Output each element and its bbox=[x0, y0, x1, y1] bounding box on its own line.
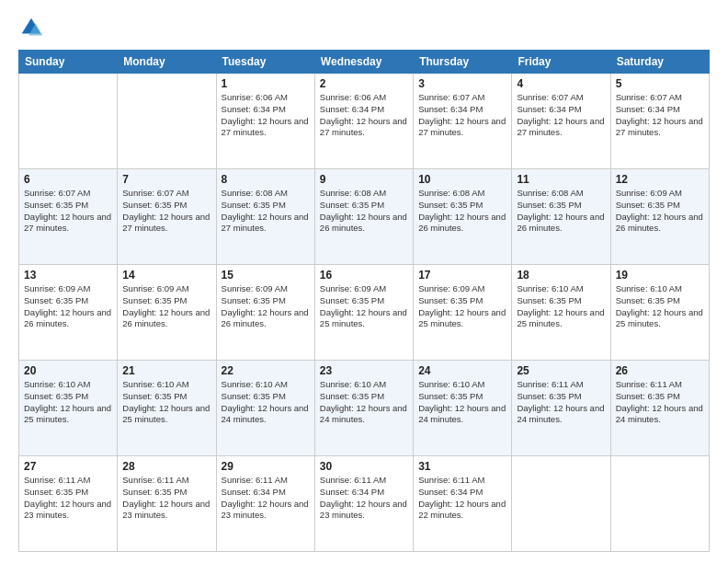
day-info: Sunrise: 6:11 AM Sunset: 6:34 PM Dayligh… bbox=[418, 475, 506, 522]
day-info: Sunrise: 6:08 AM Sunset: 6:35 PM Dayligh… bbox=[222, 188, 310, 235]
calendar-cell: 17Sunrise: 6:09 AM Sunset: 6:35 PM Dayli… bbox=[414, 265, 512, 361]
calendar-cell: 6Sunrise: 6:07 AM Sunset: 6:35 PM Daylig… bbox=[19, 169, 118, 265]
calendar-cell: 24Sunrise: 6:10 AM Sunset: 6:35 PM Dayli… bbox=[414, 361, 512, 456]
day-info: Sunrise: 6:09 AM Sunset: 6:35 PM Dayligh… bbox=[222, 283, 310, 330]
day-number: 13 bbox=[24, 269, 112, 282]
calendar-table: SundayMondayTuesdayWednesdayThursdayFrid… bbox=[18, 50, 710, 552]
logo-icon bbox=[18, 15, 44, 40]
day-info: Sunrise: 6:10 AM Sunset: 6:35 PM Dayligh… bbox=[320, 379, 408, 426]
day-number: 8 bbox=[222, 173, 310, 186]
calendar-cell: 10Sunrise: 6:08 AM Sunset: 6:35 PM Dayli… bbox=[414, 169, 512, 265]
calendar-cell: 4Sunrise: 6:07 AM Sunset: 6:34 PM Daylig… bbox=[512, 74, 610, 169]
weekday-header-thursday: Thursday bbox=[414, 51, 512, 74]
calendar-cell: 11Sunrise: 6:08 AM Sunset: 6:35 PM Dayli… bbox=[512, 169, 610, 265]
day-number: 29 bbox=[222, 460, 310, 473]
day-info: Sunrise: 6:07 AM Sunset: 6:35 PM Dayligh… bbox=[122, 188, 210, 235]
day-info: Sunrise: 6:11 AM Sunset: 6:34 PM Dayligh… bbox=[222, 475, 310, 522]
calendar-cell: 18Sunrise: 6:10 AM Sunset: 6:35 PM Dayli… bbox=[512, 265, 610, 361]
calendar-cell bbox=[118, 74, 216, 169]
calendar-cell: 20Sunrise: 6:10 AM Sunset: 6:35 PM Dayli… bbox=[19, 361, 118, 456]
calendar-cell bbox=[512, 456, 610, 552]
calendar-cell: 3Sunrise: 6:07 AM Sunset: 6:34 PM Daylig… bbox=[414, 74, 512, 169]
calendar-cell: 22Sunrise: 6:10 AM Sunset: 6:35 PM Dayli… bbox=[216, 361, 314, 456]
calendar-cell: 29Sunrise: 6:11 AM Sunset: 6:34 PM Dayli… bbox=[216, 456, 314, 552]
calendar-cell: 19Sunrise: 6:10 AM Sunset: 6:35 PM Dayli… bbox=[610, 265, 709, 361]
weekday-header-friday: Friday bbox=[512, 51, 610, 74]
day-number: 18 bbox=[517, 269, 605, 282]
day-number: 19 bbox=[616, 269, 704, 282]
calendar-cell: 13Sunrise: 6:09 AM Sunset: 6:35 PM Dayli… bbox=[19, 265, 118, 361]
weekday-header-row: SundayMondayTuesdayWednesdayThursdayFrid… bbox=[19, 51, 710, 74]
day-info: Sunrise: 6:10 AM Sunset: 6:35 PM Dayligh… bbox=[418, 379, 506, 426]
weekday-header-saturday: Saturday bbox=[610, 51, 709, 74]
day-info: Sunrise: 6:09 AM Sunset: 6:35 PM Dayligh… bbox=[616, 188, 704, 235]
day-number: 12 bbox=[616, 173, 704, 186]
calendar-cell: 14Sunrise: 6:09 AM Sunset: 6:35 PM Dayli… bbox=[118, 265, 216, 361]
page: SundayMondayTuesdayWednesdayThursdayFrid… bbox=[0, 0, 728, 563]
calendar-cell: 28Sunrise: 6:11 AM Sunset: 6:35 PM Dayli… bbox=[118, 456, 216, 552]
day-number: 1 bbox=[222, 77, 310, 90]
calendar-cell bbox=[19, 74, 118, 169]
calendar-cell: 21Sunrise: 6:10 AM Sunset: 6:35 PM Dayli… bbox=[118, 361, 216, 456]
calendar-cell: 25Sunrise: 6:11 AM Sunset: 6:35 PM Dayli… bbox=[512, 361, 610, 456]
calendar-cell: 9Sunrise: 6:08 AM Sunset: 6:35 PM Daylig… bbox=[314, 169, 413, 265]
day-number: 2 bbox=[320, 77, 408, 90]
calendar-week-3: 13Sunrise: 6:09 AM Sunset: 6:35 PM Dayli… bbox=[19, 265, 710, 361]
day-number: 16 bbox=[320, 269, 408, 282]
weekday-header-monday: Monday bbox=[118, 51, 216, 74]
day-info: Sunrise: 6:08 AM Sunset: 6:35 PM Dayligh… bbox=[418, 188, 506, 235]
day-info: Sunrise: 6:10 AM Sunset: 6:35 PM Dayligh… bbox=[517, 283, 605, 330]
calendar-cell: 15Sunrise: 6:09 AM Sunset: 6:35 PM Dayli… bbox=[216, 265, 314, 361]
calendar-cell: 31Sunrise: 6:11 AM Sunset: 6:34 PM Dayli… bbox=[414, 456, 512, 552]
day-info: Sunrise: 6:11 AM Sunset: 6:35 PM Dayligh… bbox=[24, 475, 112, 522]
day-number: 11 bbox=[517, 173, 605, 186]
day-info: Sunrise: 6:08 AM Sunset: 6:35 PM Dayligh… bbox=[517, 188, 605, 235]
day-info: Sunrise: 6:11 AM Sunset: 6:35 PM Dayligh… bbox=[517, 379, 605, 426]
day-info: Sunrise: 6:09 AM Sunset: 6:35 PM Dayligh… bbox=[122, 283, 210, 330]
day-number: 22 bbox=[222, 364, 310, 377]
logo bbox=[18, 15, 48, 40]
calendar-week-5: 27Sunrise: 6:11 AM Sunset: 6:35 PM Dayli… bbox=[19, 456, 710, 552]
calendar-cell: 26Sunrise: 6:11 AM Sunset: 6:35 PM Dayli… bbox=[610, 361, 709, 456]
day-info: Sunrise: 6:11 AM Sunset: 6:34 PM Dayligh… bbox=[320, 475, 408, 522]
calendar-cell: 7Sunrise: 6:07 AM Sunset: 6:35 PM Daylig… bbox=[118, 169, 216, 265]
day-info: Sunrise: 6:07 AM Sunset: 6:35 PM Dayligh… bbox=[24, 188, 112, 235]
header bbox=[18, 15, 710, 40]
day-info: Sunrise: 6:10 AM Sunset: 6:35 PM Dayligh… bbox=[24, 379, 112, 426]
calendar-cell: 27Sunrise: 6:11 AM Sunset: 6:35 PM Dayli… bbox=[19, 456, 118, 552]
day-number: 31 bbox=[418, 460, 506, 473]
day-info: Sunrise: 6:06 AM Sunset: 6:34 PM Dayligh… bbox=[320, 92, 408, 139]
day-info: Sunrise: 6:09 AM Sunset: 6:35 PM Dayligh… bbox=[418, 283, 506, 330]
day-number: 4 bbox=[517, 77, 605, 90]
day-info: Sunrise: 6:11 AM Sunset: 6:35 PM Dayligh… bbox=[122, 475, 210, 522]
day-number: 15 bbox=[222, 269, 310, 282]
day-info: Sunrise: 6:07 AM Sunset: 6:34 PM Dayligh… bbox=[616, 92, 704, 139]
day-number: 9 bbox=[320, 173, 408, 186]
day-number: 7 bbox=[122, 173, 210, 186]
calendar-cell: 1Sunrise: 6:06 AM Sunset: 6:34 PM Daylig… bbox=[216, 74, 314, 169]
day-number: 28 bbox=[122, 460, 210, 473]
calendar-week-1: 1Sunrise: 6:06 AM Sunset: 6:34 PM Daylig… bbox=[19, 74, 710, 169]
day-info: Sunrise: 6:08 AM Sunset: 6:35 PM Dayligh… bbox=[320, 188, 408, 235]
day-info: Sunrise: 6:10 AM Sunset: 6:35 PM Dayligh… bbox=[122, 379, 210, 426]
day-number: 26 bbox=[616, 364, 704, 377]
day-info: Sunrise: 6:11 AM Sunset: 6:35 PM Dayligh… bbox=[616, 379, 704, 426]
weekday-header-sunday: Sunday bbox=[19, 51, 118, 74]
day-number: 6 bbox=[24, 173, 112, 186]
weekday-header-wednesday: Wednesday bbox=[314, 51, 413, 74]
day-number: 27 bbox=[24, 460, 112, 473]
calendar-cell: 5Sunrise: 6:07 AM Sunset: 6:34 PM Daylig… bbox=[610, 74, 709, 169]
calendar-cell: 30Sunrise: 6:11 AM Sunset: 6:34 PM Dayli… bbox=[314, 456, 413, 552]
day-number: 14 bbox=[122, 269, 210, 282]
calendar-cell bbox=[610, 456, 709, 552]
day-number: 30 bbox=[320, 460, 408, 473]
day-info: Sunrise: 6:09 AM Sunset: 6:35 PM Dayligh… bbox=[24, 283, 112, 330]
calendar-week-2: 6Sunrise: 6:07 AM Sunset: 6:35 PM Daylig… bbox=[19, 169, 710, 265]
day-info: Sunrise: 6:10 AM Sunset: 6:35 PM Dayligh… bbox=[616, 283, 704, 330]
calendar-week-4: 20Sunrise: 6:10 AM Sunset: 6:35 PM Dayli… bbox=[19, 361, 710, 456]
weekday-header-tuesday: Tuesday bbox=[216, 51, 314, 74]
calendar-cell: 2Sunrise: 6:06 AM Sunset: 6:34 PM Daylig… bbox=[314, 74, 413, 169]
day-number: 25 bbox=[517, 364, 605, 377]
day-number: 23 bbox=[320, 364, 408, 377]
day-number: 24 bbox=[418, 364, 506, 377]
